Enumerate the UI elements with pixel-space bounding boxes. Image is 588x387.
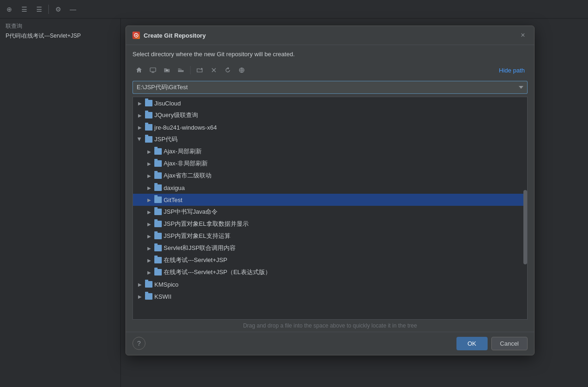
create-git-repo-dialog: Create Git Repository × Select directory…	[126, 26, 535, 355]
list-item[interactable]: ▶ 在线考试---Servlet+JSP（EL表达式版）	[133, 266, 527, 278]
file-tree[interactable]: ▶ JisuCloud ▶ JQuery级联查询 ▶ jre-8u241-win…	[132, 97, 528, 320]
chevron-icon: ▶	[146, 269, 152, 275]
folder-icon	[145, 293, 152, 300]
ok-button[interactable]: OK	[456, 337, 488, 350]
toolbar-sep1	[190, 66, 191, 74]
folder-icon	[145, 124, 152, 131]
chevron-icon: ▶	[146, 209, 152, 215]
chevron-icon: ▶	[146, 257, 152, 263]
toolbar-desktop-button[interactable]	[146, 64, 159, 76]
list-item[interactable]: ▶ Ajax省市二级联动	[133, 170, 527, 182]
tree-item-label: 在线考试---Servlet+JSP	[164, 256, 227, 264]
folder-icon	[145, 112, 152, 118]
tree-item-label: Servlet和JSP联合调用内容	[164, 244, 236, 252]
list-item[interactable]: ▶ 在线考试---Servlet+JSP	[133, 254, 527, 266]
topbar-btn-list2[interactable]: ☰	[33, 4, 45, 15]
list-item[interactable]: ▶ JSP代码	[133, 133, 527, 145]
chevron-icon: ▶	[137, 293, 143, 300]
folder-icon	[154, 197, 162, 203]
chevron-icon: ▶	[137, 124, 143, 131]
folder-icon	[154, 148, 162, 155]
list-item[interactable]: ▶ JSP中书写Java命令	[133, 206, 527, 218]
chevron-icon: ▶	[146, 197, 152, 203]
dialog-toolbar: +	[126, 61, 534, 79]
toolbar-add-folder-button[interactable]	[193, 64, 206, 76]
path-input[interactable]	[132, 81, 515, 94]
topbar-btn-list1[interactable]: ☰	[19, 4, 30, 15]
tree-item-label: JSP内置对象EL支持运算	[164, 232, 231, 240]
path-input-row	[126, 79, 534, 97]
folder-icon	[154, 172, 162, 179]
chevron-icon: ▶	[146, 233, 152, 239]
tree-item-label: Ajax-局部刷新	[164, 147, 202, 156]
list-item[interactable]: ▶ Ajax-非局部刷新	[133, 157, 527, 170]
dialog-close-button[interactable]: ×	[518, 31, 528, 40]
toolbar-network-button[interactable]	[235, 64, 248, 76]
list-item[interactable]: ▶ Servlet和JSP联合调用内容	[133, 242, 527, 254]
list-item[interactable]: ▶ KSWII	[133, 290, 527, 302]
list-item[interactable]: ▶ daxigua	[133, 182, 527, 194]
folder-icon	[154, 245, 162, 251]
cancel-button[interactable]: Cancel	[491, 337, 528, 350]
list-item[interactable]: ▶ JSP内置对象EL拿取数据并显示	[133, 218, 527, 230]
ide-left-path: P代码\在线考试---Servlet+JSP	[6, 32, 115, 40]
tree-item-label: JisuCloud	[154, 100, 181, 107]
drag-drop-hint: Drag and drop a file into the space abov…	[126, 320, 534, 332]
folder-icon	[145, 136, 152, 143]
folder-icon	[154, 257, 162, 263]
dialog-titlebar: Create Git Repository ×	[126, 26, 534, 45]
dialog-title-icon	[132, 32, 140, 39]
list-item[interactable]: ▶ GitTest	[133, 194, 527, 206]
toolbar-delete-button[interactable]	[207, 64, 220, 76]
dialog-subtitle: Select directory where the new Git repos…	[126, 45, 534, 61]
tree-item-label: KSWII	[154, 293, 172, 300]
toolbar-new-folder-button[interactable]: +	[160, 64, 173, 76]
toolbar-expand-button[interactable]	[174, 64, 187, 76]
topbar-btn-add[interactable]: ⊕	[4, 4, 15, 15]
tree-item-label: 在线考试---Servlet+JSP（EL表达式版）	[164, 268, 271, 276]
folder-icon	[154, 221, 162, 227]
chevron-icon: ▶	[146, 221, 152, 227]
folder-icon	[145, 100, 152, 106]
list-item[interactable]: ▶ Ajax-局部刷新	[133, 145, 527, 157]
topbar-btn-minimize[interactable]: —	[67, 4, 79, 15]
tree-item-label: JSP代码	[154, 135, 178, 144]
toolbar-home-button[interactable]	[132, 64, 145, 76]
folder-icon	[154, 160, 162, 167]
list-item[interactable]: ▶ JSP内置对象EL支持运算	[133, 230, 527, 242]
chevron-icon: ▶	[146, 148, 152, 155]
hide-path-button[interactable]: Hide path	[496, 66, 528, 75]
chevron-icon: ▶	[137, 136, 143, 143]
chevron-icon: ▶	[146, 184, 152, 191]
topbar-btn-settings[interactable]: ⚙	[53, 4, 64, 15]
ide-topbar: ⊕ ☰ ☰ ⚙ —	[0, 0, 588, 19]
list-item[interactable]: ▶ jre-8u241-windows-x64	[133, 121, 527, 133]
list-item[interactable]: ▶ JisuCloud	[133, 97, 527, 109]
folder-icon	[154, 209, 162, 215]
folder-icon	[154, 269, 162, 275]
scrollbar-thumb[interactable]	[523, 190, 527, 264]
footer-left: ?	[132, 337, 453, 350]
help-button[interactable]: ?	[132, 337, 145, 350]
ide-left-panel: 联查询 P代码\在线考试---Servlet+JSP	[0, 19, 121, 387]
chevron-icon: ▶	[146, 160, 152, 167]
ide-left-label: 联查询	[6, 22, 115, 30]
folder-icon	[145, 281, 152, 288]
folder-icon	[154, 233, 162, 239]
tree-item-label: jre-8u241-windows-x64	[154, 124, 217, 131]
tree-item-label: JSP内置对象EL拿取数据并显示	[164, 220, 249, 228]
topbar-separator	[48, 5, 49, 14]
chevron-icon: ▶	[137, 112, 143, 118]
tree-item-label: daxigua	[164, 184, 185, 191]
tree-item-label: Ajax-非局部刷新	[164, 159, 208, 168]
chevron-icon: ▶	[137, 281, 143, 288]
chevron-icon: ▶	[137, 100, 143, 106]
toolbar-refresh-button[interactable]	[221, 64, 234, 76]
scrollbar-track[interactable]	[523, 97, 527, 319]
list-item[interactable]: ▶ JQuery级联查询	[133, 109, 527, 121]
path-dropdown-button[interactable]	[515, 81, 528, 94]
list-item[interactable]: ▶ KMSpico	[133, 278, 527, 290]
tree-item-label: KMSpico	[154, 281, 178, 288]
folder-icon	[154, 184, 162, 191]
chevron-icon: ▶	[146, 245, 152, 251]
